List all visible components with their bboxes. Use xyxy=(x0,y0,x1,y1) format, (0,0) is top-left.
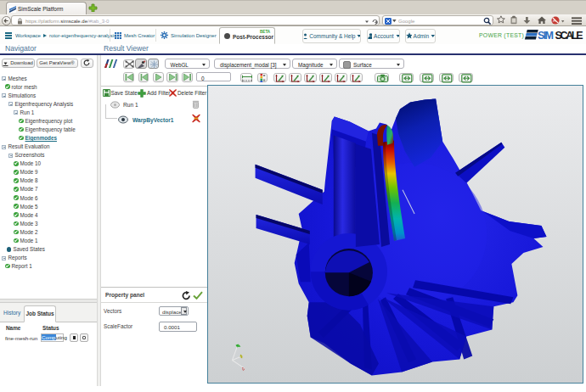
svg-text:SCALE: SCALE xyxy=(555,30,583,42)
svg-text:SIM: SIM xyxy=(538,30,554,42)
